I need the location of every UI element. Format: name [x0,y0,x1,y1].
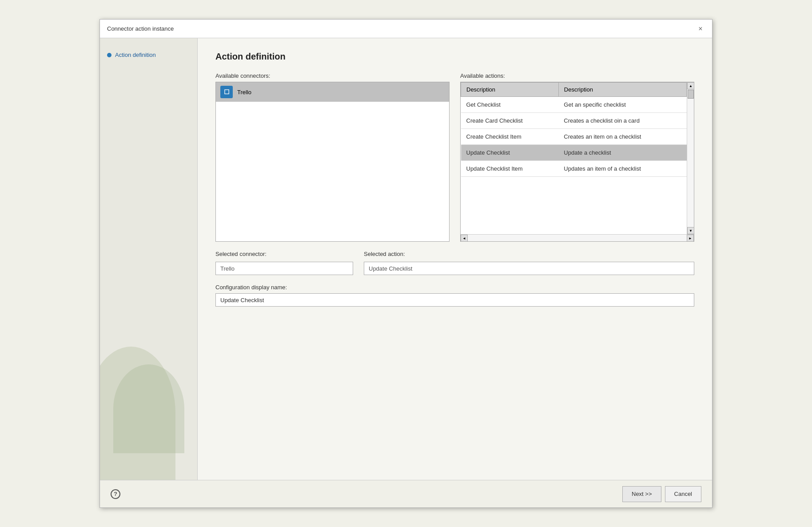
scroll-up-button[interactable]: ▲ [687,82,694,89]
actions-table-scroll: Description Description Get Checklist Ge… [461,82,687,234]
page-title: Action definition [215,52,694,62]
actions-col: Available actions: Description Descripti… [460,72,694,242]
action-description: Get an specific checklist [558,97,686,113]
action-description: Creates a checklist oin a card [558,113,686,129]
action-name: Create Checklist Item [461,129,559,145]
available-connectors-label: Available connectors: [215,72,450,79]
table-row[interactable]: Update Checklist Update a checklist [461,145,687,161]
available-actions-label: Available actions: [460,72,694,79]
selected-connector-group: Selected connector: [215,251,353,275]
dialog-body: Action definition Action definition Avai… [100,38,712,480]
sidebar-dot-icon [107,53,111,57]
action-name: Update Checklist [461,145,559,161]
scroll-down-button[interactable]: ▼ [687,227,694,234]
action-description: Update a checklist [558,145,686,161]
actions-container: Description Description Get Checklist Ge… [460,82,694,242]
next-button[interactable]: Next >> [622,486,661,502]
connectors-actions-section: Available connectors: ☐ Trello Available… [215,72,694,242]
config-display-name-label: Configuration display name: [215,284,694,291]
selected-fields-section: Selected connector: Selected action: [215,251,694,275]
config-display-name-input[interactable] [215,293,694,307]
selected-action-label: Selected action: [364,251,694,257]
selected-connector-label: Selected connector: [215,251,353,257]
sidebar-item-label: Action definition [115,52,156,58]
actions-body: Description Description Get Checklist Ge… [461,82,694,234]
footer-left: ? [111,489,120,499]
col-header-desc: Description [558,83,686,97]
action-name: Create Card Checklist [461,113,559,129]
actions-table: Description Description Get Checklist Ge… [461,82,687,177]
selected-connector-input[interactable] [215,262,353,275]
scroll-right-button[interactable]: ► [687,235,694,242]
vertical-scrollbar[interactable]: ▲ ▼ [687,82,694,234]
scroll-thumb[interactable] [688,90,694,99]
sidebar: Action definition [100,38,198,480]
connectors-col: Available connectors: ☐ Trello [215,72,450,242]
trello-icon: ☐ [220,86,233,98]
table-row[interactable]: Create Checklist Item Creates an item on… [461,129,687,145]
table-row[interactable]: Update Checklist Item Updates an item of… [461,161,687,177]
action-description: Creates an item on a checklist [558,129,686,145]
selected-action-input[interactable] [364,262,694,275]
main-content: Action definition Available connectors: … [198,38,712,480]
h-scroll-track [468,235,687,241]
scroll-left-button[interactable]: ◄ [461,235,468,242]
action-description: Updates an item of a checklist [558,161,686,177]
cancel-button[interactable]: Cancel [665,486,701,502]
table-row[interactable]: Get Checklist Get an specific checklist [461,97,687,113]
selected-action-group: Selected action: [364,251,694,275]
action-name: Update Checklist Item [461,161,559,177]
action-name: Get Checklist [461,97,559,113]
table-row[interactable]: Create Card Checklist Creates a checklis… [461,113,687,129]
help-button[interactable]: ? [111,489,120,499]
dialog-footer: ? Next >> Cancel [100,480,712,507]
connector-item-trello[interactable]: ☐ Trello [216,82,449,102]
footer-buttons: Next >> Cancel [622,486,701,502]
col-header-name: Description [461,83,559,97]
close-button[interactable]: × [696,24,705,33]
sidebar-item-action-definition[interactable]: Action definition [100,47,197,63]
connectors-list[interactable]: ☐ Trello [215,82,450,242]
sidebar-decoration2 [113,364,184,453]
connector-name: Trello [237,89,251,96]
scroll-track [687,89,694,227]
title-bar: Connector action instance × [100,20,712,38]
horizontal-scrollbar: ◄ ► [461,234,694,241]
dialog-window: Connector action instance × Action defin… [100,19,712,508]
config-name-section: Configuration display name: [215,284,694,307]
dialog-title: Connector action instance [107,25,174,32]
